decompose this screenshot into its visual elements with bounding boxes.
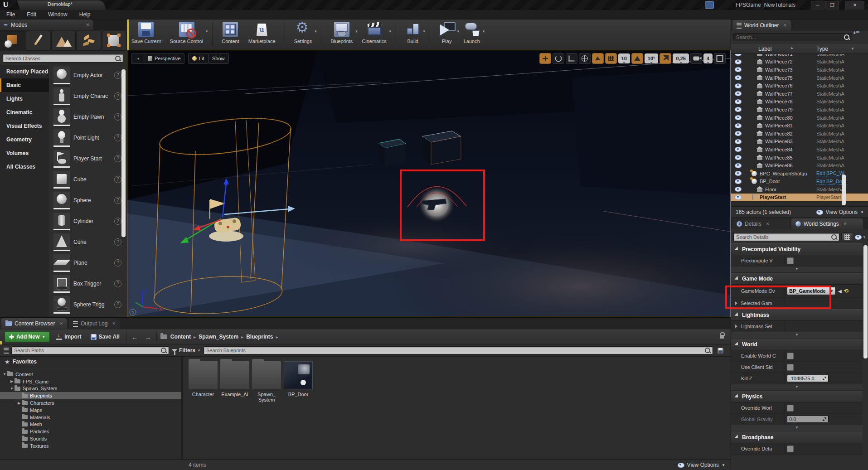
outliner-row-wallpiece75[interactable]: WallPiece75StaticMeshA bbox=[731, 74, 868, 82]
tree-item-spawn_system[interactable]: ▼Spawn_System bbox=[0, 385, 181, 392]
section-header-precomputed-visibility[interactable]: Precomputed Visibility bbox=[731, 243, 863, 255]
asset-spawn-system[interactable]: Spawn_ System bbox=[249, 361, 284, 402]
perspective-button[interactable]: Perspective bbox=[144, 53, 184, 64]
modes-tab-close-icon[interactable]: ✕ bbox=[86, 22, 90, 27]
outliner-row-wallpiece78[interactable]: WallPiece78StaticMeshA bbox=[731, 98, 868, 106]
build-button[interactable]: Build▼ bbox=[401, 19, 425, 44]
mode-category-lights[interactable]: Lights bbox=[0, 92, 49, 106]
search-classes-input[interactable]: Search Classes bbox=[3, 54, 123, 63]
rotation-snap-icon[interactable] bbox=[631, 53, 643, 64]
placement-item-plane[interactable]: Plane? bbox=[49, 252, 127, 273]
placement-item-empty-pawn[interactable]: Empty Pawn? bbox=[49, 107, 127, 127]
outliner-row-wallpiece80[interactable]: WallPiece80StaticMeshA bbox=[731, 114, 868, 122]
checkbox[interactable] bbox=[787, 257, 794, 264]
layout-icon[interactable] bbox=[705, 1, 714, 9]
visibility-eye-icon[interactable] bbox=[735, 83, 742, 88]
tab-output-log[interactable]: Output Log ✕ bbox=[69, 318, 120, 329]
visibility-eye-icon[interactable] bbox=[735, 115, 742, 120]
outliner-row-wallpiece81[interactable]: WallPiece81StaticMeshA bbox=[731, 121, 868, 130]
content-button[interactable]: Content bbox=[217, 19, 244, 44]
menu-file[interactable]: File bbox=[6, 11, 15, 18]
modes-scrollbar[interactable] bbox=[121, 69, 126, 237]
search-paths-input[interactable]: Search Paths bbox=[11, 346, 169, 354]
forward-arrow-icon[interactable]: → bbox=[143, 333, 153, 341]
placement-item-sphere[interactable]: Sphere? bbox=[49, 190, 127, 211]
tab-close-icon[interactable]: ✕ bbox=[112, 321, 116, 326]
expander-closed-icon[interactable]: ▶ bbox=[10, 379, 14, 383]
place-mode-icon[interactable] bbox=[0, 31, 25, 51]
visibility-eye-icon[interactable] bbox=[735, 139, 742, 144]
tab-close-icon[interactable]: ✕ bbox=[844, 222, 847, 226]
rotation-snap-value[interactable]: 10° bbox=[645, 53, 659, 63]
details-scrollbar[interactable] bbox=[863, 245, 868, 359]
minimize-button[interactable]: ─ bbox=[811, 1, 824, 10]
save-all-button[interactable]: Save All bbox=[88, 332, 122, 342]
surface-snap-icon[interactable] bbox=[592, 53, 604, 64]
grid-snap-value[interactable]: 10 bbox=[618, 53, 630, 63]
lock-icon[interactable] bbox=[720, 335, 724, 339]
mode-category-visual-effects[interactable]: Visual Effects bbox=[0, 119, 49, 133]
visibility-eye-icon[interactable] bbox=[735, 54, 742, 56]
sources-toggle-icon[interactable] bbox=[4, 348, 9, 354]
checkbox[interactable] bbox=[787, 364, 794, 371]
camera-speed-value[interactable]: 4 bbox=[703, 53, 713, 63]
section-header-world[interactable]: World bbox=[731, 339, 863, 350]
section-header-physics[interactable]: Physics bbox=[731, 391, 863, 402]
visibility-eye-icon[interactable] bbox=[735, 155, 742, 160]
mode-category-basic[interactable]: Basic bbox=[0, 78, 49, 92]
expander-open-icon[interactable]: ▼ bbox=[3, 372, 6, 376]
source-control-button[interactable]: Source Control▼ bbox=[165, 19, 208, 44]
save-current-button[interactable]: Save Current bbox=[127, 19, 165, 44]
mode-category-all-classes[interactable]: All Classes bbox=[0, 160, 49, 174]
visibility-eye-icon[interactable] bbox=[735, 147, 742, 152]
scale-snap-icon[interactable] bbox=[659, 53, 671, 64]
breadcrumb-blueprints[interactable]: Blueprints bbox=[246, 334, 273, 340]
rotate-tool-icon[interactable] bbox=[553, 53, 564, 64]
help-icon[interactable]: ? bbox=[114, 301, 121, 308]
translate-tool-icon[interactable] bbox=[539, 53, 551, 64]
marketplace-button[interactable]: Marketplace bbox=[244, 19, 280, 44]
tree-item-maps[interactable]: Maps bbox=[0, 407, 181, 414]
menu-edit[interactable]: Edit bbox=[27, 11, 36, 18]
mode-category-geometry[interactable]: Geometry bbox=[0, 133, 49, 146]
visibility-eye-icon[interactable] bbox=[735, 67, 742, 72]
outliner-row-wallpiece76[interactable]: WallPiece76StaticMeshA bbox=[731, 82, 868, 90]
paint-mode-icon[interactable] bbox=[26, 31, 50, 51]
placement-item-player-start[interactable]: Player Start? bbox=[49, 148, 127, 169]
outliner-row-bpc_weaponshotgu[interactable]: BPC_WeaponShotguEdit BPC_W bbox=[731, 170, 868, 178]
checkbox[interactable] bbox=[787, 446, 794, 452]
visibility-eye-icon[interactable] bbox=[735, 91, 742, 96]
play-button[interactable]: Play▼ bbox=[435, 19, 459, 44]
mode-category-volumes[interactable]: Volumes bbox=[0, 146, 49, 160]
maximize-viewport-icon[interactable] bbox=[714, 53, 726, 64]
search-assets-input[interactable]: Search Blueprints bbox=[204, 346, 713, 354]
checkbox[interactable] bbox=[787, 405, 794, 412]
tab-details[interactable]: i Details ✕ bbox=[732, 218, 790, 229]
launch-button[interactable]: Launch▼ bbox=[459, 19, 485, 44]
expander-closed-icon[interactable]: ▶ bbox=[17, 401, 21, 405]
maximize-button[interactable]: ❐ bbox=[825, 1, 839, 10]
mode-category-recently-placed[interactable]: Recently Placed bbox=[0, 65, 49, 78]
help-icon[interactable]: ? bbox=[114, 134, 121, 141]
visibility-eye-icon[interactable] bbox=[735, 123, 742, 128]
outliner-row-wallpiece83[interactable]: WallPiece83StaticMeshA bbox=[731, 138, 868, 146]
visibility-eye-icon[interactable] bbox=[735, 99, 742, 104]
outliner-row-wallpiece71[interactable]: WallPiece71StaticMeshA bbox=[731, 54, 868, 58]
visibility-eye-icon[interactable] bbox=[735, 59, 742, 64]
geometry-mode-icon[interactable] bbox=[102, 31, 126, 51]
scale-snap-value[interactable]: 0,25 bbox=[673, 53, 689, 63]
property-matrix-button[interactable] bbox=[841, 233, 853, 242]
scale-tool-icon[interactable] bbox=[566, 53, 577, 64]
menu-window[interactable]: Window bbox=[48, 11, 68, 18]
import-button[interactable]: Import bbox=[53, 332, 84, 342]
outliner-row-wallpiece79[interactable]: WallPiece79StaticMeshA bbox=[731, 106, 868, 114]
category-expander[interactable]: ▼ bbox=[731, 384, 863, 391]
tree-item-particles[interactable]: Particles bbox=[0, 428, 181, 435]
tree-item-content[interactable]: ▼Content bbox=[0, 371, 181, 378]
column-label[interactable]: Label bbox=[758, 46, 771, 52]
outliner-row-floor[interactable]: FloorStaticMeshA bbox=[731, 185, 868, 194]
search-details-input[interactable]: Search Details bbox=[733, 233, 839, 241]
content-browser-view-options[interactable]: View Options ▼ bbox=[678, 462, 725, 468]
reset-to-default-icon[interactable]: ⟲ bbox=[844, 288, 849, 294]
tab-close-icon[interactable]: ✕ bbox=[59, 321, 63, 326]
